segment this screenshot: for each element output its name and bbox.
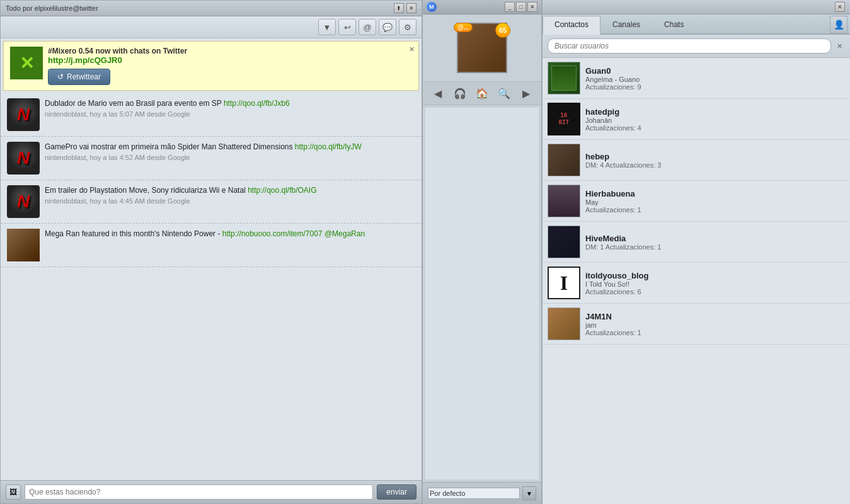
search-input[interactable] <box>548 38 831 54</box>
notification-close-button[interactable]: ✕ <box>409 45 415 54</box>
settings-button[interactable]: ⚙ <box>399 19 416 35</box>
minimize-button[interactable]: _ <box>505 2 515 12</box>
contact-sub: jam <box>585 321 845 329</box>
close-button[interactable]: ✕ <box>406 3 416 13</box>
tabs-row: Contactos Canales Chats 👤 <box>543 14 850 35</box>
contact-stats: DM: 4 Actualizaciones: 3 <box>585 161 845 169</box>
window-controls: _ □ ✕ <box>505 2 537 12</box>
mixero-logo-icon <box>10 47 43 79</box>
tweet-content: Em trailer do Playstation Move, Sony rid… <box>45 185 415 205</box>
contacts-list: Guan0 Angelma - Guano Actualizaciones: 9… <box>543 58 850 504</box>
notification-link[interactable]: http://j.mp/cQGJR0 <box>48 55 122 65</box>
add-contact-button[interactable]: 👤 <box>830 16 847 33</box>
contact-sub: May <box>585 198 845 206</box>
tweet-text: GamePro vai mostrar em primeira mão Spid… <box>45 142 415 152</box>
tweet-mention-link[interactable]: @MegaRan <box>324 229 365 238</box>
retweet-icon: ↺ <box>57 72 64 81</box>
search-bar: ✕ <box>543 35 850 58</box>
tweet-user-link[interactable]: nintendoblast <box>45 154 86 161</box>
avatar <box>548 62 580 94</box>
contact-item[interactable]: I itoldyouso_blog I Told You So!! Actual… <box>543 263 850 304</box>
contact-name: hebep <box>585 152 845 161</box>
left-title-bar: Todo por elpixelilustre@twitter ⬆ ✕ <box>1 1 422 16</box>
contact-item[interactable]: HiveMedia DM: 1 Actualizaciones: 1 <box>543 222 850 263</box>
contact-info: itoldyouso_blog I Told You So!! Actualiz… <box>585 271 845 295</box>
prev-button[interactable]: ◀ <box>429 84 447 102</box>
status-input[interactable] <box>25 484 373 500</box>
tweet-content: Mega Ran featured in this month's Ninten… <box>45 229 415 239</box>
refresh-button[interactable]: ↩ <box>338 19 356 35</box>
contact-info: J4M1N jam Actualizaciones: 1 <box>585 312 845 336</box>
tweet-content: GamePro vai mostrar em primeira mão Spid… <box>45 142 415 161</box>
notification-bar: #Mixero 0.54 now with chats on Twitter h… <box>3 41 419 91</box>
close-button[interactable]: ✕ <box>527 2 537 12</box>
tab-canales[interactable]: Canales <box>600 16 652 33</box>
tweet-link[interactable]: http://qoo.ql/fb/OAIG <box>248 186 316 195</box>
contact-info: hebep DM: 4 Actualizaciones: 3 <box>585 152 845 169</box>
send-button[interactable]: enviar <box>377 484 416 500</box>
tweet-link[interactable]: http://qoo.ql/fb/Jxb6 <box>224 99 290 108</box>
contact-info: Guan0 Angelma - Guano Actualizaciones: 9 <box>585 66 845 91</box>
contact-sub: Johanán <box>585 117 845 124</box>
contact-name: HiveMedia <box>585 234 845 243</box>
contact-item[interactable]: hebep DM: 4 Actualizaciones: 3 <box>543 140 850 181</box>
tweet-item: Mega Ran featured in this month's Ninten… <box>1 224 422 267</box>
retweet-label: Retwittear <box>67 72 101 81</box>
avatar <box>7 229 40 261</box>
tab-chats[interactable]: Chats <box>652 16 696 33</box>
tweet-meta: nintendoblast, hoy a las 4:45 AM desde G… <box>45 197 415 205</box>
chat-button[interactable]: 💬 <box>379 19 396 35</box>
search-clear-button[interactable]: ✕ <box>834 40 845 52</box>
tweet-user-link[interactable]: nintendoblast <box>45 110 86 118</box>
dropdown-arrow-button[interactable]: ▼ <box>522 486 536 500</box>
default-select[interactable]: Por defecto <box>428 488 520 499</box>
avatar <box>548 226 580 258</box>
contact-item[interactable]: Hierbabuena May Actualizaciones: 1 <box>543 181 850 222</box>
contact-name: Guan0 <box>585 66 845 76</box>
search-button[interactable]: 🔍 <box>495 84 513 102</box>
tweet-feed: Dublador de Mario vem ao Brasil para eve… <box>1 93 422 480</box>
right-title-bar: ✕ <box>543 0 850 14</box>
filter-button[interactable]: ▼ <box>318 19 336 35</box>
contact-stats: Actualizaciones: 1 <box>585 329 845 336</box>
tweet-link[interactable]: http://qoo.ql/fb/IyJW <box>295 142 362 151</box>
upload-button[interactable]: ⬆ <box>394 3 404 13</box>
avatar <box>7 98 40 131</box>
profile-badge: @... 65 <box>454 20 510 76</box>
avatar <box>7 142 40 175</box>
maximize-button[interactable]: □ <box>516 2 526 12</box>
at-badge: @... <box>454 23 473 32</box>
tweet-item: Dublador de Mario vem ao Brasil para eve… <box>1 93 422 137</box>
tweet-meta: nintendoblast, hoy a las 4:52 AM desde G… <box>45 154 415 161</box>
contact-item[interactable]: Guan0 Angelma - Guano Actualizaciones: 9 <box>543 58 850 99</box>
contact-name: hatedpig <box>585 107 845 117</box>
contact-name: Hierbabuena <box>585 189 845 198</box>
contact-stats: Actualizaciones: 4 <box>585 124 845 132</box>
avatar <box>548 307 580 340</box>
contact-info: hatedpig Johanán Actualizaciones: 4 <box>585 107 845 132</box>
profile-area: @... 65 <box>423 14 541 81</box>
contact-stats: Actualizaciones: 9 <box>585 83 845 91</box>
contact-stats: DM: 1 Actualizaciones: 1 <box>585 243 845 251</box>
tweet-link[interactable]: http://nobuooo.com/item/7007 <box>222 229 323 238</box>
contact-item[interactable]: 16BIT hatedpig Johanán Actualizaciones: … <box>543 99 850 140</box>
contact-item[interactable]: J4M1N jam Actualizaciones: 1 <box>543 304 850 345</box>
right-close-button[interactable]: ✕ <box>835 2 845 12</box>
contact-name: J4M1N <box>585 312 845 321</box>
tweet-text: Dublador de Mario vem ao Brasil para eve… <box>45 98 415 109</box>
mixero-icon: M <box>427 2 437 12</box>
audio-button[interactable]: 🎧 <box>451 84 469 102</box>
attach-button[interactable]: 🖼 <box>6 484 21 500</box>
notification-title: #Mixero 0.54 now with chats on Twitter <box>48 47 412 55</box>
mentions-button[interactable]: @ <box>359 19 376 35</box>
tweet-item: Em trailer do Playstation Move, Sony rid… <box>1 180 422 224</box>
contact-info: HiveMedia DM: 1 Actualizaciones: 1 <box>585 234 845 251</box>
middle-content-area <box>425 108 539 479</box>
tweet-item: GamePro vai mostrar em primeira mão Spid… <box>1 137 422 180</box>
retweet-button[interactable]: ↺ Retwittear <box>48 69 110 85</box>
contact-sub: Angelma - Guano <box>585 76 845 83</box>
home-button[interactable]: 🏠 <box>473 84 491 102</box>
tab-contactos[interactable]: Contactos <box>543 16 600 35</box>
next-button[interactable]: ▶ <box>517 84 535 102</box>
tweet-user-link[interactable]: nintendoblast <box>45 197 86 205</box>
